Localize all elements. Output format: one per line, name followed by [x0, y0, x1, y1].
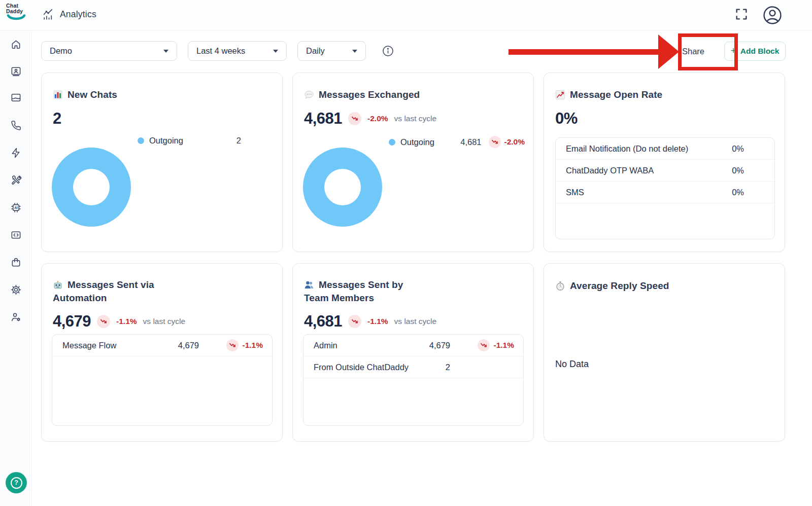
lightning-icon [10, 147, 22, 159]
legend-label: Outgoing [400, 137, 434, 147]
sidebar-item-calls[interactable] [6, 115, 26, 135]
question-mark-icon: ? [11, 477, 22, 489]
card-messages-team: Messages Sent by Team Members 4,681 -1.1… [292, 263, 534, 442]
metric-value: 2 [53, 110, 61, 128]
workspace-select[interactable]: Demo [41, 41, 177, 61]
sidebar-item-home[interactable] [6, 34, 26, 54]
table-row[interactable]: From Outside ChatDaddy 2 [303, 356, 523, 378]
user-avatar[interactable] [762, 5, 783, 27]
sidebar: AI [0, 30, 32, 506]
delta-note: vs last cycle [143, 317, 186, 326]
granularity-select[interactable]: Daily [297, 41, 366, 61]
donut-chart [303, 148, 382, 227]
sidebar-item-store[interactable] [6, 252, 26, 272]
info-button[interactable] [382, 45, 394, 57]
chevron-down-icon [273, 50, 278, 53]
donut-legend[interactable]: Outgoing 2 [138, 136, 241, 146]
trend-down-icon [348, 315, 361, 328]
logo-smile-icon [6, 14, 26, 21]
legend-delta: -2.0% [504, 137, 525, 147]
sidebar-item-tools[interactable] [6, 170, 26, 190]
no-data-text: No Data [555, 359, 589, 370]
delta-percent: -1.1% [116, 317, 137, 326]
metric-value: 4,679 -1.1% vs last cycle [53, 312, 185, 331]
chevron-down-icon [163, 50, 168, 53]
tools-icon [10, 174, 22, 186]
table-row[interactable]: ChatDaddy OTP WABA 0% [556, 160, 774, 182]
trend-down-icon [348, 112, 361, 125]
svg-text:AI: AI [14, 205, 18, 209]
row-delta: -1.1% [494, 341, 515, 350]
card-title: New Chats [53, 88, 117, 101]
legend-dot [389, 139, 395, 146]
sidebar-item-team[interactable] [6, 307, 26, 327]
logo-text-bottom: Daddy [6, 9, 28, 14]
sidebar-item-settings[interactable] [6, 279, 26, 300]
card-average-reply-speed: Average Reply Speed No Data [544, 263, 785, 442]
delta-percent: -2.0% [367, 114, 388, 123]
table-row[interactable]: Admin 4,679 -1.1% [303, 335, 523, 356]
sidebar-item-developer[interactable] [6, 225, 26, 245]
table-row[interactable]: Email Notification (Do not delete) 0% [556, 138, 774, 160]
add-block-label: Add Block [740, 47, 780, 56]
annotation-arrow-shaft [509, 49, 659, 55]
trend-down-icon [489, 136, 501, 148]
sidebar-item-contacts[interactable] [6, 61, 26, 81]
sidebar-item-automations[interactable] [6, 142, 26, 163]
trend-down-icon [226, 339, 239, 351]
open-rate-table: Email Notification (Do not delete) 0% Ch… [555, 137, 775, 239]
table-row[interactable]: Message Flow 4,679 -1.1% [52, 335, 272, 356]
automation-table: Message Flow 4,679 -1.1% [52, 334, 273, 426]
robot-emoji [53, 280, 63, 290]
table-row[interactable]: SMS 0% [556, 182, 774, 203]
card-message-open-rate: Message Open Rate 0% Email Notification … [544, 73, 785, 252]
card-title: Average Reply Speed [555, 279, 669, 292]
fullscreen-icon [734, 7, 749, 21]
plus-icon: + [731, 45, 736, 56]
donut-chart [52, 148, 131, 227]
speech-balloon-emoji [304, 90, 314, 100]
fullscreen-button[interactable] [734, 7, 749, 23]
logo-text-top: Chat [6, 3, 28, 9]
metric-value: 4,681 -2.0% vs last cycle [304, 110, 436, 128]
add-block-button[interactable]: + Add Block [724, 42, 786, 61]
sidebar-item-ai[interactable]: AI [6, 197, 26, 218]
sidebar-item-inbox[interactable] [6, 87, 26, 107]
chart-increasing-emoji [555, 90, 565, 100]
delta-percent: -1.1% [367, 317, 388, 326]
delta-note: vs last cycle [394, 114, 437, 123]
bar-chart-emoji [53, 90, 63, 100]
metric-value: 0% [555, 110, 578, 128]
chevron-down-icon [352, 50, 357, 53]
user-settings-icon [10, 311, 22, 323]
help-button[interactable]: ? [6, 472, 27, 493]
card-messages-exchanged: Messages Exchanged 4,681 -2.0% vs last c… [292, 73, 534, 252]
phone-icon [10, 120, 22, 131]
stopwatch-emoji [555, 281, 565, 291]
trend-down-icon [478, 339, 490, 351]
contact-card-icon [10, 65, 22, 77]
info-icon [382, 45, 394, 57]
legend-dot [138, 137, 144, 144]
ai-chip-icon: AI [10, 202, 22, 213]
home-icon [10, 39, 22, 50]
granularity-select-value: Daily [306, 46, 325, 56]
donut-legend[interactable]: Outgoing 4,681 -2.0% [389, 136, 525, 148]
analytics-icon [42, 8, 54, 21]
card-title: Messages Sent by Team Members [304, 278, 403, 304]
gear-icon [10, 284, 22, 296]
code-icon [10, 229, 22, 241]
inbox-icon [10, 92, 22, 103]
trend-down-icon [97, 315, 110, 328]
date-range-select[interactable]: Last 4 weeks [188, 41, 287, 61]
chatdaddy-logo[interactable]: Chat Daddy [6, 3, 28, 23]
team-table: Admin 4,679 -1.1% From Outside ChatDaddy… [303, 334, 524, 426]
metric-value: 4,681 -1.1% vs last cycle [304, 312, 436, 331]
share-button[interactable]: Share [675, 43, 712, 60]
shopping-bag-icon [10, 257, 22, 268]
legend-value: 4,681 [460, 137, 481, 147]
delta-note: vs last cycle [394, 317, 437, 326]
card-title: Messages Sent via Automation [53, 278, 154, 304]
workspace-select-value: Demo [50, 46, 72, 56]
page-heading: Analytics [42, 8, 96, 21]
